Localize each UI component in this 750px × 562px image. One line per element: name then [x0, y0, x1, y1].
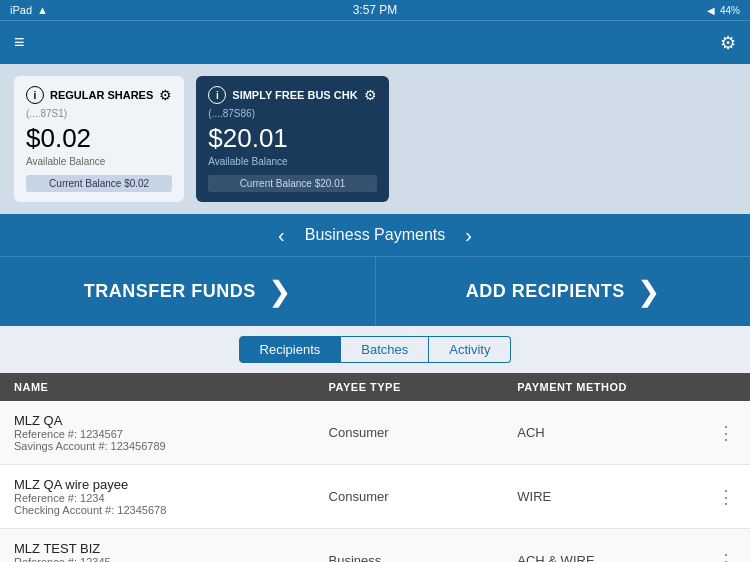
row-payee-1: Consumer: [329, 425, 518, 440]
table-row: MLZ QA wire payee Reference #: 1234 Chec…: [0, 465, 750, 529]
tab-batches[interactable]: Batches: [341, 336, 429, 363]
biz-payments-nav: ‹ Business Payments ›: [0, 214, 750, 256]
battery-label: 44%: [720, 5, 740, 16]
table-row: MLZ QA Reference #: 1234567 Savings Acco…: [0, 401, 750, 465]
wifi-icon: ▲: [37, 4, 48, 16]
avail-label-1: Available Balance: [26, 156, 172, 167]
add-recipients-chevron: ❯: [637, 275, 660, 308]
account-gear-1[interactable]: ⚙: [159, 87, 172, 103]
carrier-label: iPad: [10, 4, 32, 16]
account-header-2: i SIMPLY FREE BUS CHK ⚙: [208, 86, 376, 104]
accounts-area: i REGULAR SHARES ⚙ (....87S1) $0.02 Avai…: [0, 64, 750, 214]
table-row: MLZ TEST BIZ Reference #: 12345 Savings …: [0, 529, 750, 562]
account-card-regular-shares[interactable]: i REGULAR SHARES ⚙ (....87S1) $0.02 Avai…: [14, 76, 184, 202]
tab-recipients[interactable]: Recipients: [239, 336, 342, 363]
settings-icon[interactable]: ⚙: [720, 32, 736, 54]
location-icon: ◀: [707, 5, 715, 16]
status-right: ◀ 44%: [707, 5, 740, 16]
account-name-2: SIMPLY FREE BUS CHK: [232, 89, 357, 101]
col-header-action: [706, 381, 736, 393]
row-ref-1: Reference #: 1234567: [14, 428, 329, 440]
add-recipients-button[interactable]: ADD RECIPIENTS ❯: [376, 257, 751, 326]
row-main-name-1: MLZ QA: [14, 413, 329, 428]
row-name-block-3: MLZ TEST BIZ Reference #: 12345 Savings …: [14, 541, 329, 562]
row-actions-2[interactable]: ⋮: [706, 488, 736, 506]
account-number-2: (....87S86): [208, 108, 376, 119]
row-payee-2: Consumer: [329, 489, 518, 504]
nav-bar: ≡ ⚙: [0, 20, 750, 64]
biz-nav-title: Business Payments: [305, 226, 446, 244]
row-actions-1[interactable]: ⋮: [706, 424, 736, 442]
account-balance-1: $0.02: [26, 123, 172, 154]
menu-icon[interactable]: ≡: [14, 32, 25, 53]
status-bar: iPad ▲ 3:57 PM ◀ 44%: [0, 0, 750, 20]
row-account-1: Savings Account #: 123456789: [14, 440, 329, 452]
row-method-2: WIRE: [517, 489, 706, 504]
row-name-block-1: MLZ QA Reference #: 1234567 Savings Acco…: [14, 413, 329, 452]
account-name-1: REGULAR SHARES: [50, 89, 153, 101]
transfer-funds-chevron: ❯: [268, 275, 291, 308]
account-balance-2: $20.01: [208, 123, 376, 154]
row-method-1: ACH: [517, 425, 706, 440]
info-icon-2: i: [208, 86, 226, 104]
account-gear-2[interactable]: ⚙: [364, 87, 377, 103]
recipients-table: NAME PAYEE TYPE PAYMENT METHOD MLZ QA Re…: [0, 373, 750, 562]
transfer-funds-button[interactable]: TRANSFER FUNDS ❯: [0, 257, 376, 326]
row-ref-3: Reference #: 12345: [14, 556, 329, 562]
tab-activity[interactable]: Activity: [429, 336, 511, 363]
account-header-1: i REGULAR SHARES ⚙: [26, 86, 172, 104]
account-number-1: (....87S1): [26, 108, 172, 119]
status-time: 3:57 PM: [353, 3, 398, 17]
col-header-payee: PAYEE TYPE: [329, 381, 518, 393]
actions-row: TRANSFER FUNDS ❯ ADD RECIPIENTS ❯: [0, 256, 750, 326]
current-balance-1: Current Balance $0.02: [26, 175, 172, 192]
biz-nav-left-arrow[interactable]: ‹: [278, 224, 285, 247]
row-main-name-3: MLZ TEST BIZ: [14, 541, 329, 556]
tabs-area: Recipients Batches Activity: [0, 326, 750, 373]
row-ref-2: Reference #: 1234: [14, 492, 329, 504]
col-header-method: PAYMENT METHOD: [517, 381, 706, 393]
current-balance-2: Current Balance $20.01: [208, 175, 376, 192]
row-payee-3: Business: [329, 553, 518, 562]
row-actions-3[interactable]: ⋮: [706, 552, 736, 563]
status-left: iPad ▲: [10, 4, 48, 16]
avail-label-2: Available Balance: [208, 156, 376, 167]
row-main-name-2: MLZ QA wire payee: [14, 477, 329, 492]
biz-nav-right-arrow[interactable]: ›: [465, 224, 472, 247]
transfer-funds-label: TRANSFER FUNDS: [84, 281, 256, 302]
row-method-3: ACH & WIRE: [517, 553, 706, 562]
table-header: NAME PAYEE TYPE PAYMENT METHOD: [0, 373, 750, 401]
add-recipients-label: ADD RECIPIENTS: [466, 281, 625, 302]
row-account-2: Checking Account #: 12345678: [14, 504, 329, 516]
account-card-simply-free[interactable]: i SIMPLY FREE BUS CHK ⚙ (....87S86) $20.…: [196, 76, 388, 202]
col-header-name: NAME: [14, 381, 329, 393]
info-icon-1: i: [26, 86, 44, 104]
row-name-block-2: MLZ QA wire payee Reference #: 1234 Chec…: [14, 477, 329, 516]
